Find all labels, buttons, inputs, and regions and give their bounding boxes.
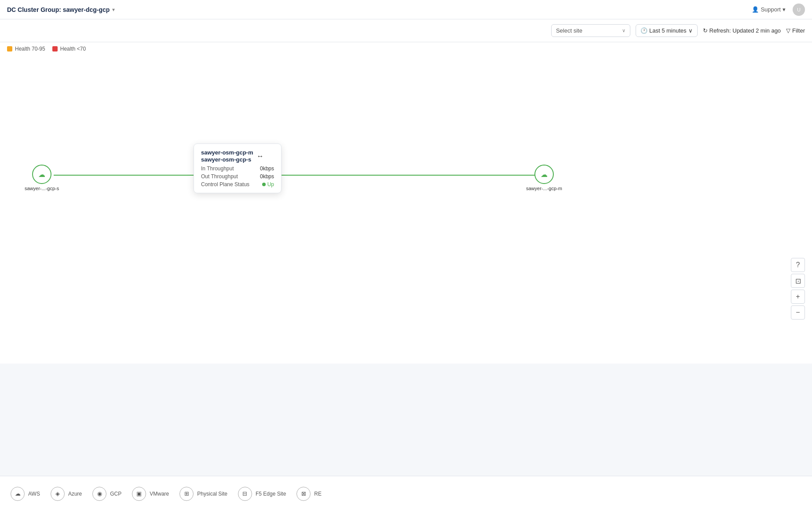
help-icon: ? [796, 261, 800, 269]
tooltip-status-label: Control Plane Status [201, 181, 249, 187]
support-button[interactable]: 👤 Support ▾ [752, 6, 786, 13]
support-chevron-icon: ▾ [783, 6, 786, 13]
filter-button[interactable]: ▽ Filter [786, 27, 805, 34]
select-site-chevron-icon: ∨ [622, 28, 625, 33]
cloud-icon-gcp-s: ☁ [38, 170, 45, 179]
network-canvas[interactable]: ☁ sawyer-...-gcp-s ☁ sawyer-...-gcp-m sa… [0, 55, 812, 364]
refresh-icon: ↻ [703, 27, 708, 34]
node-circle-gcp-m: ☁ [534, 165, 554, 184]
tooltip-node1: sawyer-osm-gcp-m [201, 149, 253, 156]
tooltip-status-text: Up [267, 181, 274, 187]
refresh-label: Refresh: Updated 2 min ago [710, 27, 781, 34]
tooltip-in-throughput-label: In Throughput [201, 165, 234, 172]
tooltip-node-names: sawyer-osm-gcp-m sawyer-osm-gcp-s [201, 149, 253, 163]
time-filter-chevron-icon: ∨ [688, 27, 693, 34]
zoom-in-button[interactable]: + [791, 290, 805, 304]
legend-item-health-70-95: Health 70-95 [7, 46, 45, 52]
legend-dot-health-lt70 [52, 46, 58, 51]
select-site-label: Select site [556, 27, 582, 34]
page-title: DC Cluster Group: sawyer-dcg-gcp [7, 6, 110, 13]
title-chevron-icon[interactable]: ▾ [112, 7, 115, 13]
toolbar: Select site ∨ 🕐 Last 5 minutes ∨ ↻ Refre… [0, 19, 812, 42]
time-filter-dropdown[interactable]: 🕐 Last 5 minutes ∨ [636, 24, 698, 37]
status-up-dot [262, 183, 266, 186]
filter-label: Filter [792, 27, 805, 34]
tooltip-header: sawyer-osm-gcp-m sawyer-osm-gcp-s ↔ [201, 149, 274, 163]
connection-tooltip: sawyer-osm-gcp-m sawyer-osm-gcp-s ↔ In T… [194, 143, 282, 193]
header-left: DC Cluster Group: sawyer-dcg-gcp ▾ [7, 6, 115, 13]
zoom-in-icon: + [796, 293, 800, 301]
header: DC Cluster Group: sawyer-dcg-gcp ▾ 👤 Sup… [0, 0, 812, 19]
node-gcp-m[interactable]: ☁ sawyer-...-gcp-m [526, 165, 562, 191]
tooltip-status-value: Up [262, 181, 274, 187]
tooltip-node2: sawyer-osm-gcp-s [201, 156, 253, 163]
connection-svg [0, 55, 812, 364]
zoom-out-icon: − [796, 309, 800, 316]
tooltip-arrows-icon: ↔ [256, 152, 263, 160]
node-label-gcp-m: sawyer-...-gcp-m [526, 186, 562, 191]
legend-label-health-70-95: Health 70-95 [15, 46, 45, 52]
tooltip-in-throughput-value: 0kbps [260, 165, 274, 172]
support-label: Support [761, 6, 781, 13]
node-circle-gcp-s: ☁ [32, 165, 51, 184]
time-filter-label: Last 5 minutes [649, 27, 687, 34]
zoom-out-button[interactable]: − [791, 305, 805, 320]
tooltip-out-throughput-value: 0kbps [260, 173, 274, 180]
legend-item-health-lt70: Health <70 [52, 46, 86, 52]
fit-button[interactable]: ⊡ [791, 274, 805, 288]
help-button[interactable]: ? [791, 258, 805, 272]
legend-label-health-lt70: Health <70 [60, 46, 86, 52]
tooltip-status-row: Control Plane Status Up [201, 181, 274, 187]
fit-icon: ⊡ [795, 277, 801, 285]
support-icon: 👤 [752, 6, 759, 13]
tooltip-row-in-throughput: In Throughput 0kbps [201, 165, 274, 172]
node-gcp-s[interactable]: ☁ sawyer-...-gcp-s [25, 165, 59, 191]
right-controls: ? ⊡ + − [791, 258, 805, 320]
legend-dot-health-70-95 [7, 46, 12, 51]
cloud-icon-gcp-m: ☁ [541, 170, 548, 179]
tooltip-out-throughput-label: Out Throughput [201, 173, 238, 180]
avatar[interactable]: U [793, 4, 805, 16]
health-legend: Health 70-95 Health <70 [0, 42, 812, 55]
select-site-dropdown[interactable]: Select site ∨ [551, 24, 630, 37]
node-label-gcp-s: sawyer-...-gcp-s [25, 186, 59, 191]
refresh-button[interactable]: ↻ Refresh: Updated 2 min ago [703, 27, 781, 34]
filter-icon: ▽ [786, 27, 790, 34]
clock-icon: 🕐 [640, 27, 647, 34]
header-right: 👤 Support ▾ U [752, 4, 805, 16]
tooltip-row-out-throughput: Out Throughput 0kbps [201, 173, 274, 180]
